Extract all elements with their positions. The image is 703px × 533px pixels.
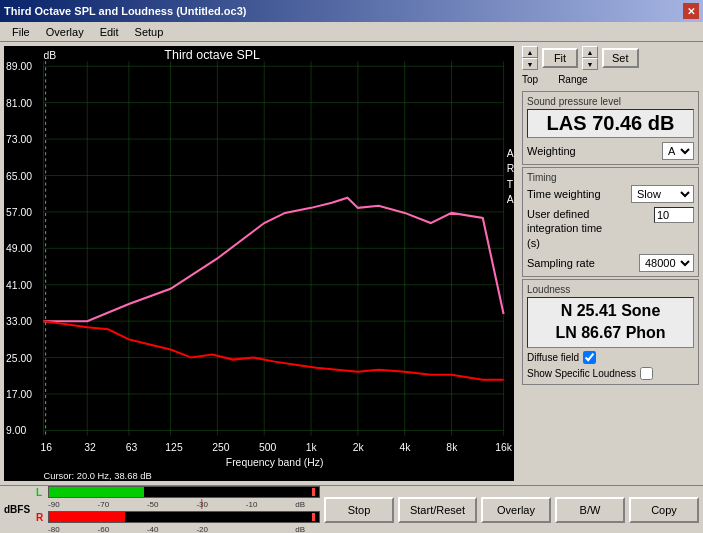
svg-text:16k: 16k bbox=[495, 442, 513, 453]
weighting-select[interactable]: A C Z bbox=[662, 142, 694, 160]
window-title: Third Octave SPL and Loudness (Untitled.… bbox=[4, 5, 683, 17]
time-weighting-label: Time weighting bbox=[527, 188, 601, 200]
sampling-select[interactable]: 48000 44100 96000 bbox=[639, 254, 694, 272]
menu-setup[interactable]: Setup bbox=[127, 24, 172, 40]
svg-text:17.00: 17.00 bbox=[6, 389, 32, 400]
top-arrow-group: ▲ ▼ bbox=[522, 46, 538, 70]
svg-text:32: 32 bbox=[84, 442, 96, 453]
svg-text:A: A bbox=[507, 194, 514, 205]
svg-text:Frequency band (Hz): Frequency band (Hz) bbox=[226, 457, 324, 468]
svg-text:125: 125 bbox=[165, 442, 183, 453]
timing-label: Timing bbox=[527, 172, 694, 183]
menu-edit[interactable]: Edit bbox=[92, 24, 127, 40]
meter-l-fill bbox=[49, 487, 143, 497]
time-weighting-row: Time weighting Slow Fast Impulse bbox=[527, 185, 694, 203]
svg-text:65.00: 65.00 bbox=[6, 171, 32, 182]
menu-overlay[interactable]: Overlay bbox=[38, 24, 92, 40]
svg-text:41.00: 41.00 bbox=[6, 280, 32, 291]
top-label: Top bbox=[522, 74, 538, 85]
integration-input[interactable] bbox=[654, 207, 694, 223]
range-down-arrow[interactable]: ▼ bbox=[582, 58, 598, 70]
loudness-line2: LN 86.67 Phon bbox=[530, 322, 691, 344]
meter-r-fill bbox=[49, 512, 125, 522]
range-arrow-group: ▲ ▼ bbox=[582, 46, 598, 70]
svg-text:49.00: 49.00 bbox=[6, 244, 32, 255]
meter-l-row: L bbox=[36, 485, 320, 499]
weighting-label: Weighting bbox=[527, 145, 576, 157]
right-panel: ▲ ▼ Fit ▲ ▼ Set Top Range Sound pressure… bbox=[518, 42, 703, 485]
channel-r-label: R bbox=[36, 512, 46, 523]
svg-text:1k: 1k bbox=[306, 442, 318, 453]
integration-row: User definedintegration time (s) bbox=[527, 207, 694, 250]
channel-l-label: L bbox=[36, 487, 46, 498]
svg-text:63: 63 bbox=[126, 442, 138, 453]
time-weighting-select[interactable]: Slow Fast Impulse bbox=[631, 185, 694, 203]
svg-text:9.00: 9.00 bbox=[6, 426, 27, 437]
svg-text:R: R bbox=[507, 164, 514, 175]
svg-text:25.00: 25.00 bbox=[6, 353, 32, 364]
stop-button[interactable]: Stop bbox=[324, 497, 394, 523]
svg-text:81.00: 81.00 bbox=[6, 98, 32, 109]
range-set-button[interactable]: Set bbox=[602, 48, 639, 68]
integration-label: User definedintegration time (s) bbox=[527, 207, 607, 250]
bottom-bar: dBFS L -90 -70 -50 |-30 -10 dB R bbox=[0, 485, 703, 533]
svg-rect-0 bbox=[4, 46, 514, 481]
dbfs-label: dBFS bbox=[4, 504, 30, 515]
svg-text:8k: 8k bbox=[446, 442, 458, 453]
top-controls: ▲ ▼ Fit ▲ ▼ Set bbox=[522, 46, 699, 70]
title-bar: Third Octave SPL and Loudness (Untitled.… bbox=[0, 0, 703, 22]
copy-button[interactable]: Copy bbox=[629, 497, 699, 523]
sampling-label: Sampling rate bbox=[527, 257, 595, 269]
svg-text:T: T bbox=[507, 179, 514, 190]
svg-text:57.00: 57.00 bbox=[6, 207, 32, 218]
range-up-arrow[interactable]: ▲ bbox=[582, 46, 598, 58]
range-label: Range bbox=[558, 74, 587, 85]
specific-label: Show Specific Loudness bbox=[527, 368, 636, 379]
overlay-button[interactable]: Overlay bbox=[481, 497, 551, 523]
weighting-row: Weighting A C Z bbox=[527, 142, 694, 160]
bw-button[interactable]: B/W bbox=[555, 497, 625, 523]
start-reset-button[interactable]: Start/Reset bbox=[398, 497, 477, 523]
close-button[interactable]: ✕ bbox=[683, 3, 699, 19]
svg-text:2k: 2k bbox=[353, 442, 365, 453]
svg-text:250: 250 bbox=[212, 442, 230, 453]
diffuse-checkbox[interactable] bbox=[583, 351, 596, 364]
meter-l-bar bbox=[48, 486, 320, 498]
sampling-row: Sampling rate 48000 44100 96000 bbox=[527, 254, 694, 272]
top-fit-button[interactable]: Fit bbox=[542, 48, 578, 68]
main-content: 89.00 81.00 73.00 65.00 57.00 49.00 41.0… bbox=[0, 42, 703, 485]
menu-file[interactable]: File bbox=[4, 24, 38, 40]
loudness-value: N 25.41 Sone LN 86.67 Phon bbox=[527, 297, 694, 348]
spl-section-label: Sound pressure level bbox=[527, 96, 694, 107]
chart-area: 89.00 81.00 73.00 65.00 57.00 49.00 41.0… bbox=[4, 46, 514, 481]
loudness-label: Loudness bbox=[527, 284, 694, 295]
svg-text:dB: dB bbox=[44, 50, 57, 61]
svg-text:A: A bbox=[507, 148, 514, 159]
top-up-arrow[interactable]: ▲ bbox=[522, 46, 538, 58]
menu-bar: File Overlay Edit Setup bbox=[0, 22, 703, 42]
svg-text:16: 16 bbox=[40, 442, 52, 453]
diffuse-field-row: Diffuse field bbox=[527, 351, 694, 364]
chart-svg: 89.00 81.00 73.00 65.00 57.00 49.00 41.0… bbox=[4, 46, 514, 481]
loudness-section: Loudness N 25.41 Sone LN 86.67 Phon Diff… bbox=[522, 279, 699, 385]
specific-checkbox[interactable] bbox=[640, 367, 653, 380]
timing-section: Timing Time weighting Slow Fast Impulse … bbox=[522, 167, 699, 277]
specific-loudness-row: Show Specific Loudness bbox=[527, 367, 694, 380]
spl-section: Sound pressure level LAS 70.46 dB Weight… bbox=[522, 91, 699, 165]
diffuse-label: Diffuse field bbox=[527, 352, 579, 363]
loudness-line1: N 25.41 Sone bbox=[530, 300, 691, 322]
level-meters: L -90 -70 -50 |-30 -10 dB R bbox=[36, 485, 320, 533]
svg-text:Third octave SPL: Third octave SPL bbox=[164, 48, 260, 62]
svg-text:Cursor:  20.0 Hz, 38.68 dB: Cursor: 20.0 Hz, 38.68 dB bbox=[44, 471, 152, 481]
svg-text:89.00: 89.00 bbox=[6, 61, 32, 72]
top-down-arrow[interactable]: ▼ bbox=[522, 58, 538, 70]
svg-text:4k: 4k bbox=[400, 442, 412, 453]
svg-text:33.00: 33.00 bbox=[6, 316, 32, 327]
svg-text:73.00: 73.00 bbox=[6, 134, 32, 145]
svg-text:500: 500 bbox=[259, 442, 277, 453]
spl-value: LAS 70.46 dB bbox=[527, 109, 694, 138]
meter-r-row: R bbox=[36, 510, 320, 524]
meter-r-bar bbox=[48, 511, 320, 523]
